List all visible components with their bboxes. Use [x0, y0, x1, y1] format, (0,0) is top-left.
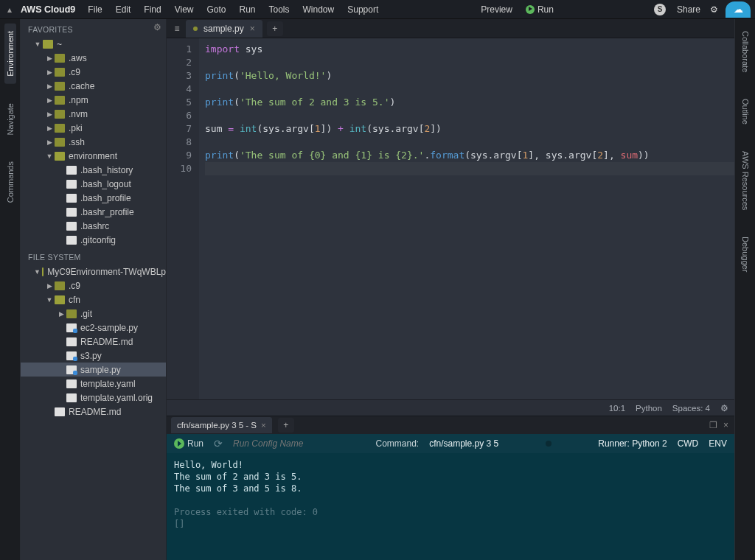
tree-item--pki[interactable]: ▶.pki: [21, 121, 166, 135]
right-tab-debugger[interactable]: Debugger: [740, 229, 751, 279]
file-tab-label: sample.py: [203, 24, 244, 34]
favorites-label: FAVORITES: [21, 19, 166, 37]
line-number-gutter: 12345678910: [167, 38, 199, 399]
sidebar: ⚙ FAVORITES ▼~▶.aws▶.c9▶.cache▶.npm▶.nvm…: [21, 19, 167, 560]
tree-item-sample-py[interactable]: sample.py: [21, 363, 166, 377]
menubar: ▴ AWS Cloud9 FileEditFindViewGotoRunTool…: [0, 0, 755, 19]
menu-edit[interactable]: Edit: [109, 4, 138, 15]
menu-tools[interactable]: Tools: [262, 4, 296, 15]
menu-support[interactable]: Support: [341, 4, 385, 15]
sidebar-gear-icon[interactable]: ⚙: [153, 22, 161, 32]
tree-item--bashrc[interactable]: .bashrc: [21, 219, 166, 233]
tree-item--c9[interactable]: ▶.c9: [21, 279, 166, 293]
favorites-root[interactable]: ▼~: [21, 37, 166, 51]
tree-item-s3-py[interactable]: s3.py: [21, 349, 166, 363]
main-area: ≡ sample.py × + 12345678910 import syspr…: [167, 19, 734, 560]
tree-item--ssh[interactable]: ▶.ssh: [21, 135, 166, 149]
right-tab-outline[interactable]: Outline: [740, 91, 751, 132]
menu-file[interactable]: File: [81, 4, 108, 15]
cloud9-icon[interactable]: ☁: [726, 1, 751, 18]
terminal-tab-label: cfn/sample.py 3 5 - S: [177, 421, 257, 430]
tree-item-readme-md[interactable]: README.md: [21, 405, 166, 419]
play-icon: [526, 5, 535, 14]
terminal-tab-close-icon[interactable]: ×: [261, 421, 266, 430]
tree-item--bashr-profile[interactable]: .bashr_profile: [21, 205, 166, 219]
tree-item--bash-history[interactable]: .bash_history: [21, 163, 166, 177]
menu-view[interactable]: View: [168, 4, 201, 15]
tree-item--bash-profile[interactable]: .bash_profile: [21, 191, 166, 205]
terminal-panel: cfn/sample.py 3 5 - S × + ❐ × Run ⟳: [167, 416, 734, 560]
status-bar: 10:1 Python Spaces: 4 ⚙: [167, 399, 734, 416]
tree-item-template-yaml-orig[interactable]: template.yaml.orig: [21, 391, 166, 405]
run-config-name-input[interactable]: [233, 438, 329, 449]
right-tab-aws-resources[interactable]: AWS Resources: [740, 144, 751, 217]
status-gear-icon[interactable]: ⚙: [720, 403, 728, 413]
left-gutter: EnvironmentNavigateCommands: [0, 19, 21, 560]
left-tab-commands[interactable]: Commands: [4, 154, 16, 210]
tree-item--gitconfig[interactable]: .gitconfig: [21, 233, 166, 247]
preview-button[interactable]: Preview: [474, 0, 519, 19]
terminal-run-button[interactable]: Run: [174, 438, 203, 449]
tree-item--c9[interactable]: ▶.c9: [21, 65, 166, 79]
tree-item--npm[interactable]: ▶.npm: [21, 93, 166, 107]
tab-menu-icon[interactable]: ≡: [170, 24, 184, 34]
code-body[interactable]: import sysprint('Hello, World!')print('T…: [199, 38, 734, 399]
filesystem-root[interactable]: ▼MyC9Environment-TWqWBLp: [21, 265, 166, 279]
tree-item--cache[interactable]: ▶.cache: [21, 79, 166, 93]
terminal-tab[interactable]: cfn/sample.py 3 5 - S ×: [171, 417, 272, 433]
code-editor[interactable]: 12345678910 import sysprint('Hello, Worl…: [167, 38, 734, 399]
status-dot-icon: [546, 441, 552, 447]
brand: AWS Cloud9: [15, 4, 81, 15]
right-gutter: CollaborateOutlineAWS ResourcesDebugger: [734, 19, 755, 560]
add-tab-button[interactable]: +: [267, 21, 283, 36]
menubar-toggle-icon[interactable]: ▴: [4, 4, 15, 15]
terminal-add-tab-button[interactable]: +: [278, 418, 294, 433]
command-value[interactable]: cfn/sample.py 3 5: [429, 438, 498, 449]
close-tab-icon[interactable]: ×: [250, 24, 255, 34]
cwd-button[interactable]: CWD: [678, 438, 699, 449]
right-tab-collaborate[interactable]: Collaborate: [740, 24, 751, 80]
terminal-close-icon[interactable]: ×: [723, 420, 728, 430]
tree-item--git[interactable]: ▶.git: [21, 307, 166, 321]
terminal-toolbar: Run ⟳ Command: cfn/sample.py 3 5 Runner:…: [167, 434, 734, 453]
run-label: Run: [537, 0, 554, 19]
left-tab-navigate[interactable]: Navigate: [4, 96, 16, 142]
status-spaces[interactable]: Spaces: 4: [672, 404, 710, 413]
menu-window[interactable]: Window: [296, 4, 341, 15]
tree-item-cfn[interactable]: ▼cfn: [21, 293, 166, 307]
tree-item--aws[interactable]: ▶.aws: [21, 51, 166, 65]
command-label: Command:: [376, 438, 420, 449]
terminal-output[interactable]: Hello, World! The sum of 2 and 3 is 5. T…: [167, 453, 734, 560]
tree-item-readme-md[interactable]: README.md: [21, 335, 166, 349]
filesystem-label: FILE SYSTEM: [21, 247, 166, 265]
avatar[interactable]: S: [654, 4, 666, 15]
play-icon: [174, 438, 184, 449]
menu-run[interactable]: Run: [233, 4, 262, 15]
status-language[interactable]: Python: [636, 404, 662, 413]
tree-item-ec2-sample-py[interactable]: ec2-sample.py: [21, 321, 166, 335]
env-button[interactable]: ENV: [709, 438, 727, 449]
editor-tabbar: ≡ sample.py × +: [167, 19, 734, 38]
tree-item-template-yaml[interactable]: template.yaml: [21, 377, 166, 391]
run-button[interactable]: Run: [519, 0, 560, 19]
terminal-tabbar: cfn/sample.py 3 5 - S × + ❐ ×: [167, 416, 734, 434]
tree-item-environment[interactable]: ▼environment: [21, 149, 166, 163]
file-tab[interactable]: sample.py ×: [186, 20, 262, 38]
terminal-maximize-icon[interactable]: ❐: [709, 420, 717, 430]
menu-find[interactable]: Find: [137, 4, 167, 15]
terminal-run-label: Run: [187, 438, 203, 449]
tree-item--nvm[interactable]: ▶.nvm: [21, 107, 166, 121]
settings-gear-icon[interactable]: ⚙: [707, 4, 721, 15]
runner-button[interactable]: Runner: Python 2: [598, 438, 667, 449]
file-tab-dot-icon: [193, 27, 198, 31]
left-tab-environment[interactable]: Environment: [4, 24, 16, 84]
tree-item--bash-logout[interactable]: .bash_logout: [21, 177, 166, 191]
terminal-reload-icon[interactable]: ⟳: [214, 438, 223, 449]
share-button[interactable]: Share: [670, 0, 707, 19]
menu-goto[interactable]: Goto: [200, 4, 232, 15]
status-position[interactable]: 10:1: [609, 404, 625, 413]
